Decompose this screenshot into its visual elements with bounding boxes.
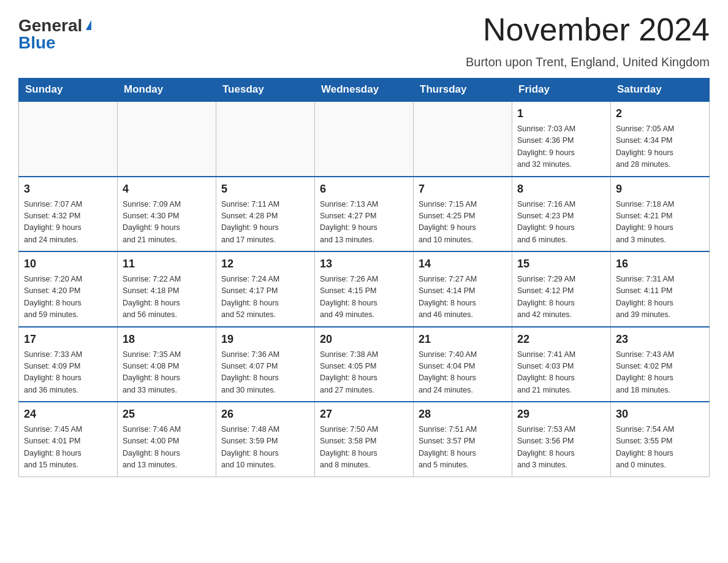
day-number: 1	[517, 105, 605, 122]
weekday-header-thursday: Thursday	[414, 79, 512, 102]
calendar-cell: 30Sunrise: 7:54 AM Sunset: 3:55 PM Dayli…	[611, 402, 710, 477]
weekday-header-monday: Monday	[118, 79, 216, 102]
day-info: Sunrise: 7:50 AM Sunset: 3:58 PM Dayligh…	[320, 424, 408, 472]
calendar-cell: 24Sunrise: 7:45 AM Sunset: 4:01 PM Dayli…	[19, 402, 118, 477]
calendar-cell: 5Sunrise: 7:11 AM Sunset: 4:28 PM Daylig…	[216, 177, 315, 252]
month-year-title: November 2024	[483, 12, 710, 47]
day-info: Sunrise: 7:43 AM Sunset: 4:02 PM Dayligh…	[616, 349, 704, 397]
day-info: Sunrise: 7:27 AM Sunset: 4:14 PM Dayligh…	[419, 274, 507, 321]
calendar-cell: 13Sunrise: 7:26 AM Sunset: 4:15 PM Dayli…	[315, 251, 414, 327]
day-number: 23	[616, 331, 704, 348]
calendar-cell: 25Sunrise: 7:46 AM Sunset: 4:00 PM Dayli…	[118, 402, 216, 477]
day-number: 7	[419, 181, 507, 197]
day-number: 18	[123, 331, 211, 348]
day-number: 8	[517, 181, 605, 197]
day-info: Sunrise: 7:53 AM Sunset: 3:56 PM Dayligh…	[517, 424, 605, 472]
day-info: Sunrise: 7:07 AM Sunset: 4:32 PM Dayligh…	[24, 199, 112, 247]
day-info: Sunrise: 7:51 AM Sunset: 3:57 PM Dayligh…	[419, 424, 507, 472]
calendar-week-row: 3Sunrise: 7:07 AM Sunset: 4:32 PM Daylig…	[19, 177, 710, 252]
day-number: 6	[320, 181, 408, 197]
calendar-cell: 17Sunrise: 7:33 AM Sunset: 4:09 PM Dayli…	[19, 327, 118, 402]
calendar-cell: 9Sunrise: 7:18 AM Sunset: 4:21 PM Daylig…	[611, 177, 710, 252]
calendar-week-row: 1Sunrise: 7:03 AM Sunset: 4:36 PM Daylig…	[19, 101, 710, 177]
day-number: 20	[320, 331, 408, 348]
calendar-week-row: 10Sunrise: 7:20 AM Sunset: 4:20 PM Dayli…	[19, 251, 710, 327]
day-info: Sunrise: 7:26 AM Sunset: 4:15 PM Dayligh…	[320, 274, 408, 321]
day-info: Sunrise: 7:54 AM Sunset: 3:55 PM Dayligh…	[616, 424, 704, 472]
calendar-cell: 18Sunrise: 7:35 AM Sunset: 4:08 PM Dayli…	[118, 327, 216, 402]
day-info: Sunrise: 7:40 AM Sunset: 4:04 PM Dayligh…	[419, 349, 507, 397]
day-info: Sunrise: 7:31 AM Sunset: 4:11 PM Dayligh…	[616, 274, 704, 321]
calendar-cell: 14Sunrise: 7:27 AM Sunset: 4:14 PM Dayli…	[414, 251, 512, 327]
logo-blue-text: Blue	[18, 34, 56, 52]
calendar-week-row: 17Sunrise: 7:33 AM Sunset: 4:09 PM Dayli…	[19, 327, 710, 402]
day-number: 21	[419, 331, 507, 348]
day-number: 12	[221, 256, 309, 272]
day-info: Sunrise: 7:16 AM Sunset: 4:23 PM Dayligh…	[517, 199, 605, 247]
calendar-cell: 21Sunrise: 7:40 AM Sunset: 4:04 PM Dayli…	[414, 327, 512, 402]
calendar-cell: 3Sunrise: 7:07 AM Sunset: 4:32 PM Daylig…	[19, 177, 118, 252]
day-number: 17	[24, 331, 112, 348]
day-info: Sunrise: 7:41 AM Sunset: 4:03 PM Dayligh…	[517, 349, 605, 397]
weekday-header-friday: Friday	[512, 79, 611, 102]
day-number: 26	[221, 406, 309, 423]
calendar-cell: 23Sunrise: 7:43 AM Sunset: 4:02 PM Dayli…	[611, 327, 710, 402]
calendar-cell: 10Sunrise: 7:20 AM Sunset: 4:20 PM Dayli…	[19, 251, 118, 327]
calendar-cell: 22Sunrise: 7:41 AM Sunset: 4:03 PM Dayli…	[512, 327, 611, 402]
day-number: 27	[320, 406, 408, 423]
day-number: 16	[616, 256, 704, 272]
logo: General Blue	[18, 17, 91, 52]
day-info: Sunrise: 7:15 AM Sunset: 4:25 PM Dayligh…	[419, 199, 507, 247]
weekday-header-wednesday: Wednesday	[315, 79, 414, 102]
day-number: 11	[123, 256, 211, 272]
day-info: Sunrise: 7:33 AM Sunset: 4:09 PM Dayligh…	[24, 349, 112, 397]
day-number: 2	[616, 105, 704, 122]
day-info: Sunrise: 7:24 AM Sunset: 4:17 PM Dayligh…	[221, 274, 309, 321]
calendar-cell: 20Sunrise: 7:38 AM Sunset: 4:05 PM Dayli…	[315, 327, 414, 402]
calendar-cell: 12Sunrise: 7:24 AM Sunset: 4:17 PM Dayli…	[216, 251, 315, 327]
weekday-header-row: SundayMondayTuesdayWednesdayThursdayFrid…	[19, 79, 710, 102]
day-number: 13	[320, 256, 408, 272]
day-info: Sunrise: 7:03 AM Sunset: 4:36 PM Dayligh…	[517, 123, 605, 171]
calendar-cell: 27Sunrise: 7:50 AM Sunset: 3:58 PM Dayli…	[315, 402, 414, 477]
day-info: Sunrise: 7:13 AM Sunset: 4:27 PM Dayligh…	[320, 199, 408, 247]
location-subtitle: Burton upon Trent, England, United Kingd…	[18, 55, 710, 69]
day-number: 28	[419, 406, 507, 423]
day-info: Sunrise: 7:11 AM Sunset: 4:28 PM Dayligh…	[221, 199, 309, 247]
day-number: 15	[517, 256, 605, 272]
day-number: 30	[616, 406, 704, 423]
weekday-header-tuesday: Tuesday	[216, 79, 315, 102]
day-number: 9	[616, 181, 704, 197]
calendar-cell: 6Sunrise: 7:13 AM Sunset: 4:27 PM Daylig…	[315, 177, 414, 252]
day-number: 4	[123, 181, 211, 197]
calendar-cell	[414, 101, 512, 177]
day-number: 19	[221, 331, 309, 348]
day-info: Sunrise: 7:05 AM Sunset: 4:34 PM Dayligh…	[616, 123, 704, 171]
day-number: 24	[24, 406, 112, 423]
weekday-header-sunday: Sunday	[19, 79, 118, 102]
day-info: Sunrise: 7:18 AM Sunset: 4:21 PM Dayligh…	[616, 199, 704, 247]
calendar-cell	[216, 101, 315, 177]
calendar-cell	[315, 101, 414, 177]
day-number: 25	[123, 406, 211, 423]
calendar-cell	[19, 101, 118, 177]
calendar-cell: 11Sunrise: 7:22 AM Sunset: 4:18 PM Dayli…	[118, 251, 216, 327]
day-number: 5	[221, 181, 309, 197]
calendar-cell: 4Sunrise: 7:09 AM Sunset: 4:30 PM Daylig…	[118, 177, 216, 252]
calendar-cell: 2Sunrise: 7:05 AM Sunset: 4:34 PM Daylig…	[611, 101, 710, 177]
day-info: Sunrise: 7:09 AM Sunset: 4:30 PM Dayligh…	[123, 199, 211, 247]
calendar-cell: 26Sunrise: 7:48 AM Sunset: 3:59 PM Dayli…	[216, 402, 315, 477]
day-number: 10	[24, 256, 112, 272]
day-number: 29	[517, 406, 605, 423]
calendar-table: SundayMondayTuesdayWednesdayThursdayFrid…	[18, 78, 710, 477]
day-info: Sunrise: 7:29 AM Sunset: 4:12 PM Dayligh…	[517, 274, 605, 321]
day-info: Sunrise: 7:48 AM Sunset: 3:59 PM Dayligh…	[221, 424, 309, 472]
day-info: Sunrise: 7:46 AM Sunset: 4:00 PM Dayligh…	[123, 424, 211, 472]
weekday-header-saturday: Saturday	[611, 79, 710, 102]
day-number: 22	[517, 331, 605, 348]
day-number: 14	[419, 256, 507, 272]
calendar-cell: 7Sunrise: 7:15 AM Sunset: 4:25 PM Daylig…	[414, 177, 512, 252]
day-info: Sunrise: 7:45 AM Sunset: 4:01 PM Dayligh…	[24, 424, 112, 472]
day-info: Sunrise: 7:20 AM Sunset: 4:20 PM Dayligh…	[24, 274, 112, 321]
calendar-week-row: 24Sunrise: 7:45 AM Sunset: 4:01 PM Dayli…	[19, 402, 710, 477]
